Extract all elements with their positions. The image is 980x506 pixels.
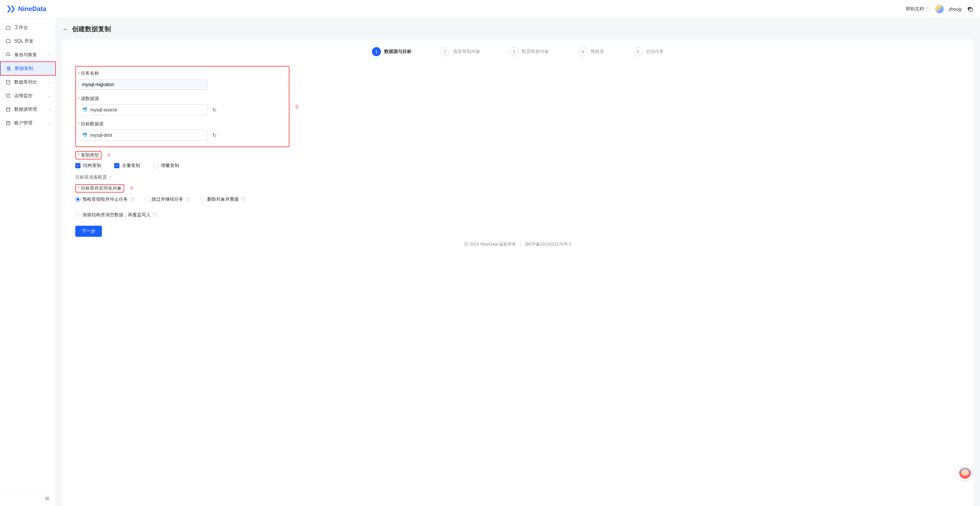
user-avatar[interactable] <box>935 5 943 13</box>
copyright-icon: ⓒ <box>465 242 470 246</box>
help-icon[interactable]: ? <box>153 213 158 218</box>
mysql-icon: 🐬 <box>82 107 88 112</box>
form-item-source: *源数据源 🐬 mysql-source ⌄ ↻ <box>78 96 284 115</box>
account-icon <box>5 120 11 126</box>
page-title: 创建数据复制 <box>72 25 111 34</box>
chevron-down-icon: ⌄ <box>48 53 50 57</box>
checkbox-structure[interactable]: ✓ 结构复制 <box>75 163 101 169</box>
icp-link[interactable]: 浙ICP备2022013170号-2 <box>525 242 572 246</box>
sidebar: 工作台 SQL 开发 ⌄ 备份与恢复 ⌄ 数据复制 数据库对比 ⌄ <box>0 18 56 506</box>
sidebar-item-db-compare[interactable]: 数据库对比 ⌄ <box>0 75 56 89</box>
svg-point-12 <box>8 122 8 123</box>
refresh-dest-icon[interactable]: ↻ <box>211 131 218 140</box>
radio-icon <box>145 197 150 202</box>
sidebar-collapse-icon[interactable] <box>45 497 50 502</box>
highlight-box-2: *复制类型 <box>75 151 102 160</box>
svg-rect-3 <box>6 40 10 43</box>
help-icon[interactable]: ? <box>185 197 190 202</box>
chevron-down-icon: ⌄ <box>48 108 50 112</box>
step-4: 4 预检查 <box>578 47 604 56</box>
chevron-up-icon: ⌃ <box>109 176 111 179</box>
refresh-source-icon[interactable]: ↻ <box>211 105 218 114</box>
support-chat-button[interactable] <box>958 466 972 480</box>
svg-rect-4 <box>7 67 10 70</box>
radio-icon <box>75 212 81 218</box>
radio-truncate-overwrite[interactable]: 保留结构并清空数据，再覆盖写入 ? <box>75 212 158 218</box>
checkbox-icon: ✓ <box>114 163 119 168</box>
source-datasource-select[interactable]: 🐬 mysql-source ⌄ <box>78 104 208 115</box>
copy-icon <box>6 65 12 72</box>
page-header: ← 创建数据复制 <box>62 25 974 34</box>
target-table-config-toggle[interactable]: 目标表准备配置 ⌃ <box>75 174 290 180</box>
logo-text: NineData <box>18 5 46 13</box>
annotation-1: ① <box>295 104 299 110</box>
replicate-type-options: ✓ 结构复制 ✓ 全量复制 增量复制 <box>75 163 290 169</box>
footer: ⓒ 2023 NineData 版权所有 | 浙ICP备2022013170号-… <box>75 237 961 250</box>
form-item-dest: *目标数据源 🐬 mysql-dest ⌄ ↻ <box>78 121 284 140</box>
sidebar-item-ops-monitor[interactable]: 运维监控 ⌄ <box>0 89 56 103</box>
annotation-2: ② <box>107 152 111 158</box>
compare-icon <box>5 79 11 85</box>
chevron-down-icon: ⌄ <box>202 108 204 112</box>
help-icon[interactable]: ? <box>241 197 246 202</box>
help-docs-link[interactable]: 帮助文档 ? <box>906 6 930 12</box>
step-2: 2 选择复制对象 <box>441 47 480 56</box>
svg-rect-6 <box>6 80 10 84</box>
content-area: ← 创建数据复制 1 数据源与目标 2 选择复制对象 3 配置映射对象 4 <box>56 18 980 506</box>
chevron-down-icon: ⌄ <box>48 94 50 98</box>
step-5: 5 启动任务 <box>633 47 664 56</box>
code-icon <box>5 38 11 44</box>
highlight-box-1: ① *任务名称 *源数据源 🐬 mysql-source ⌄ <box>75 66 290 147</box>
username: zhoujy <box>949 6 962 12</box>
checkbox-icon <box>153 163 158 168</box>
sidebar-footer <box>0 492 56 506</box>
checkbox-icon: ✓ <box>75 163 81 168</box>
sidebar-item-backup[interactable]: 备份与恢复 ⌄ <box>0 48 56 62</box>
radio-precheck-stop[interactable]: 预检查报错并停止任务 ? <box>75 196 135 202</box>
monitor-icon <box>5 93 11 99</box>
chevron-down-icon: ⌄ <box>48 40 50 43</box>
header-right: 帮助文档 ? zhoujy A <box>906 5 974 13</box>
chevron-down-icon: ⌄ <box>48 121 50 125</box>
help-icon[interactable]: ? <box>130 197 135 202</box>
svg-text:A: A <box>970 8 972 11</box>
logo[interactable]: NineData <box>6 5 46 14</box>
sidebar-item-account-mgmt[interactable]: 账户管理 ⌄ <box>0 116 56 130</box>
main-layout: 工作台 SQL 开发 ⌄ 备份与恢复 ⌄ 数据复制 数据库对比 ⌄ <box>0 18 980 506</box>
annotation-3: ③ <box>129 185 134 191</box>
radio-drop-recreate[interactable]: 删除对象并重建 ? <box>200 196 246 202</box>
form-section: ① *任务名称 *源数据源 🐬 mysql-source ⌄ <box>75 66 290 237</box>
highlight-box-3: *目标库存在同名对象 <box>75 184 124 193</box>
task-name-input[interactable] <box>78 79 208 90</box>
sidebar-item-datasource-mgmt[interactable]: 数据源管理 ⌄ <box>0 103 56 116</box>
mysql-icon: 🐬 <box>82 132 88 138</box>
chevron-down-icon: ⌄ <box>202 134 204 137</box>
back-arrow-icon[interactable]: ← <box>62 26 69 33</box>
checkbox-incremental[interactable]: 增量复制 <box>153 163 179 169</box>
sidebar-item-data-replication[interactable]: 数据复制 <box>0 62 56 75</box>
step-1: 1 数据源与目标 <box>372 47 412 56</box>
sidebar-item-workspace[interactable]: 工作台 <box>0 21 56 34</box>
language-icon[interactable]: A <box>967 6 974 12</box>
next-button[interactable]: 下一步 <box>75 226 102 237</box>
step-3: 3 配置映射对象 <box>509 47 549 56</box>
svg-rect-5 <box>8 67 10 70</box>
conflict-options: 预检查报错并停止任务 ? 跳过并继续任务 ? 删除对象并重建 ? <box>75 196 290 218</box>
step-indicator: 1 数据源与目标 2 选择复制对象 3 配置映射对象 4 预检查 5 启动任 <box>75 47 961 56</box>
form-card: 1 数据源与目标 2 选择复制对象 3 配置映射对象 4 预检查 5 启动任 <box>62 39 974 506</box>
help-icon: ? <box>925 7 930 12</box>
db-icon <box>5 107 11 112</box>
sidebar-menu: 工作台 SQL 开发 ⌄ 备份与恢复 ⌄ 数据复制 数据库对比 ⌄ <box>0 18 56 492</box>
top-header: NineData 帮助文档 ? zhoujy A <box>0 0 980 18</box>
radio-skip-continue[interactable]: 跳过并继续任务 ? <box>145 196 190 202</box>
chevron-down-icon: ⌄ <box>48 81 50 84</box>
svg-point-10 <box>6 107 10 109</box>
checkbox-full[interactable]: ✓ 全量复制 <box>114 163 140 169</box>
svg-point-8 <box>6 94 10 98</box>
radio-icon <box>75 197 81 202</box>
dest-datasource-select[interactable]: 🐬 mysql-dest ⌄ <box>78 129 208 140</box>
sidebar-item-sql-dev[interactable]: SQL 开发 ⌄ <box>0 34 56 48</box>
form-item-task-name: *任务名称 <box>78 70 284 90</box>
home-icon <box>5 25 11 30</box>
logo-icon <box>6 5 16 14</box>
